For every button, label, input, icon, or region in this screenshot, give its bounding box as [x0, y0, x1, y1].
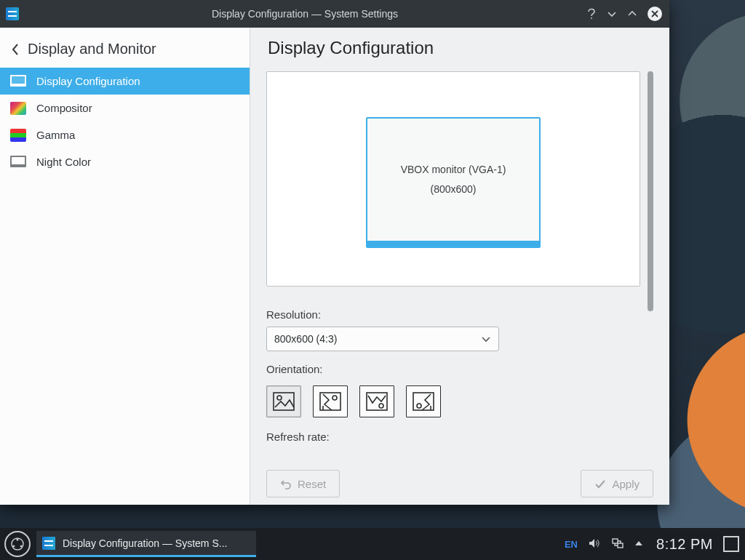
svg-point-2	[277, 396, 282, 400]
window-body: Display and Monitor Display Configuratio…	[0, 28, 669, 505]
monitor-chip[interactable]: VBOX monitor (VGA-1) (800x600)	[366, 117, 541, 248]
svg-point-4	[332, 396, 337, 400]
sidebar: Display and Monitor Display Configuratio…	[0, 28, 250, 505]
gamma-icon	[10, 129, 26, 142]
compositor-icon	[10, 102, 26, 115]
orientation-normal-button[interactable]	[266, 385, 301, 417]
chevron-down-icon	[481, 334, 491, 344]
svg-point-12	[20, 545, 23, 547]
svg-point-11	[12, 545, 15, 547]
orientation-buttons	[266, 385, 640, 417]
sidebar-header-label: Display and Monitor	[28, 41, 156, 57]
orientation-180-icon	[365, 391, 389, 412]
orientation-180-button[interactable]	[359, 385, 394, 417]
sidebar-back-button[interactable]: Display and Monitor	[0, 33, 250, 68]
undo-icon	[280, 478, 292, 489]
titlebar[interactable]: Display Configuration — System Settings	[0, 0, 669, 28]
close-icon[interactable]	[648, 7, 662, 21]
apply-button[interactable]: Apply	[581, 470, 653, 497]
window-controls	[586, 7, 662, 21]
monitor-layout-area[interactable]: VBOX monitor (VGA-1) (800x600)	[266, 71, 640, 287]
check-icon	[594, 478, 606, 489]
sidebar-item-night-color[interactable]: Night Color	[0, 148, 250, 175]
orientation-normal-icon	[272, 391, 295, 412]
sidebar-item-display-configuration[interactable]: Display Configuration	[0, 68, 250, 95]
night-color-icon	[10, 156, 26, 169]
resolution-combobox[interactable]: 800x600 (4:3)	[266, 327, 499, 351]
system-settings-window: Display Configuration — System Settings	[0, 0, 669, 505]
orientation-270-icon	[412, 391, 435, 412]
show-desktop-button[interactable]	[723, 536, 739, 552]
sidebar-item-label: Gamma	[36, 129, 75, 141]
tray-expand-icon[interactable]	[634, 538, 643, 550]
scroll-content: VBOX monitor (VGA-1) (800x600) Resolutio…	[266, 71, 640, 465]
reset-button[interactable]: Reset	[266, 470, 340, 497]
orientation-90-button[interactable]	[313, 385, 348, 417]
svg-point-10	[16, 538, 18, 540]
svg-point-8	[417, 404, 421, 408]
system-settings-app-icon	[6, 7, 19, 20]
taskbar-entry-system-settings[interactable]: Display Configuration — System S...	[36, 531, 256, 557]
sidebar-item-label: Compositor	[36, 102, 92, 114]
scroll-area: VBOX monitor (VGA-1) (800x600) Resolutio…	[266, 71, 653, 465]
kubuntu-logo-icon	[10, 537, 25, 551]
help-icon[interactable]	[586, 8, 597, 20]
vertical-scrollbar[interactable]	[648, 71, 653, 465]
resolution-value: 800x600 (4:3)	[274, 333, 337, 345]
refresh-rate-label: Refresh rate:	[266, 431, 640, 443]
sidebar-item-label: Night Color	[36, 156, 91, 168]
keyboard-layout-indicator[interactable]: EN	[565, 539, 578, 550]
svg-rect-13	[613, 539, 618, 543]
taskbar-entry-label: Display Configuration — System S...	[63, 537, 227, 549]
chevron-left-icon	[10, 43, 20, 56]
sidebar-item-label: Display Configuration	[36, 75, 140, 87]
clock[interactable]: 8:12 PM	[656, 536, 713, 553]
taskbar: Display Configuration — System S... EN	[0, 528, 745, 560]
system-tray: EN	[565, 537, 643, 552]
svg-rect-5	[367, 393, 387, 410]
maximize-icon[interactable]	[627, 9, 637, 19]
window-title: Display Configuration — System Settings	[23, 8, 586, 20]
action-buttons: Reset Apply	[266, 470, 653, 497]
svg-rect-14	[618, 543, 623, 548]
minimize-icon[interactable]	[607, 9, 617, 19]
main-panel: Display Configuration VBOX monitor (VGA-…	[250, 28, 669, 505]
svg-point-0	[591, 17, 592, 19]
svg-point-6	[379, 404, 383, 408]
sidebar-item-gamma[interactable]: Gamma	[0, 121, 250, 148]
system-settings-app-icon	[42, 537, 55, 550]
reset-button-label: Reset	[298, 478, 326, 490]
apply-button-label: Apply	[612, 478, 640, 490]
application-launcher-button[interactable]	[4, 531, 31, 557]
orientation-label: Orientation:	[266, 363, 640, 375]
network-icon[interactable]	[611, 537, 624, 552]
monitor-resolution-label: (800x600)	[430, 180, 476, 199]
orientation-90-icon	[319, 391, 342, 412]
scrollbar-thumb[interactable]	[648, 71, 653, 311]
sidebar-item-compositor[interactable]: Compositor	[0, 95, 250, 121]
resolution-label: Resolution:	[266, 308, 640, 321]
page-title: Display Configuration	[268, 38, 653, 58]
monitor-icon	[10, 75, 26, 88]
monitor-name-label: VBOX monitor (VGA-1)	[401, 160, 506, 180]
volume-icon[interactable]	[588, 537, 601, 552]
orientation-270-button[interactable]	[406, 385, 441, 417]
